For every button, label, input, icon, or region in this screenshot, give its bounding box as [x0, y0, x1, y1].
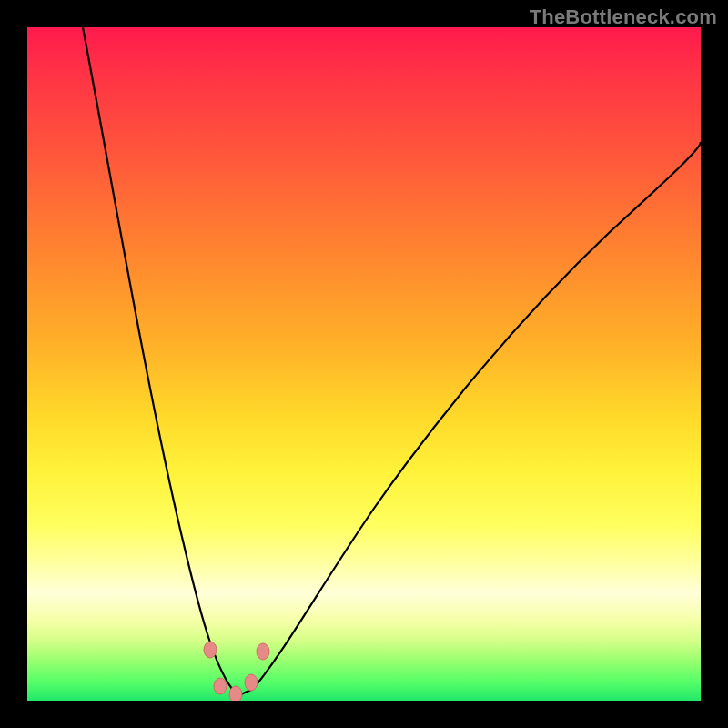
- curve-marker: [245, 674, 258, 691]
- curve-right-arm: [241, 142, 701, 694]
- curve-marker: [204, 642, 217, 658]
- curve-marker: [257, 643, 269, 660]
- bottleneck-curve: [27, 27, 701, 701]
- watermark-text: TheBottleneck.com: [530, 5, 717, 29]
- curve-left-arm: [83, 27, 241, 694]
- curve-marker: [229, 686, 242, 701]
- chart-plot-area: [27, 27, 701, 701]
- chart-frame: TheBottleneck.com: [0, 0, 728, 728]
- curve-marker: [214, 678, 227, 694]
